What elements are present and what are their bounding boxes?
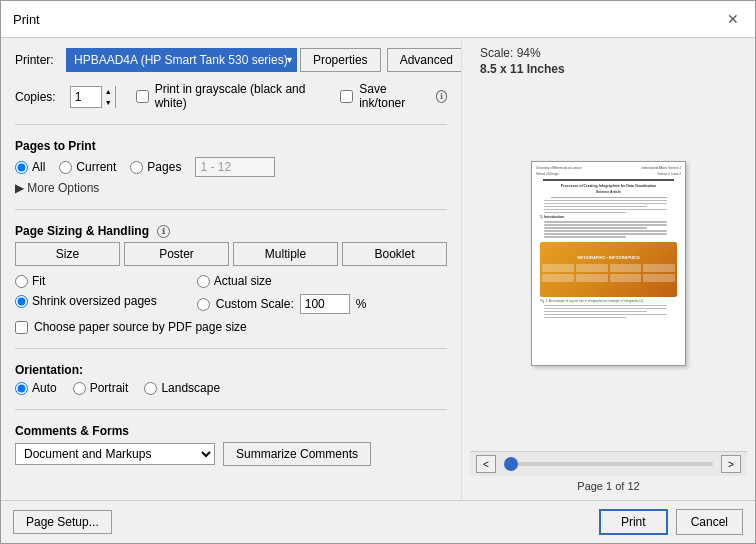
scale-text: Scale: 94%	[480, 46, 541, 60]
spin-down[interactable]: ▼	[101, 97, 115, 108]
pdf-source-label: Choose paper source by PDF page size	[34, 320, 247, 334]
shrink-label: Shrink oversized pages	[32, 294, 157, 308]
paper-size-text: 8.5 x 11 Inches	[480, 62, 565, 76]
actual-size-radio[interactable]	[197, 275, 210, 288]
spin-buttons: ▲ ▼	[101, 86, 115, 108]
poster-button[interactable]: Poster	[124, 242, 229, 266]
doc-separator	[543, 179, 674, 181]
right-panel: Scale: 94% 8.5 x 11 Inches University of…	[461, 38, 755, 500]
copies-options-row: Copies: ▲ ▼ Print in grayscale (black an…	[15, 82, 447, 110]
page-setup-button[interactable]: Page Setup...	[13, 510, 112, 534]
cancel-button[interactable]: Cancel	[676, 509, 743, 535]
doc-section: 1. Introduction	[540, 215, 677, 219]
preview-container: University of Minnesota at Lexicon Inter…	[470, 80, 747, 447]
all-radio[interactable]	[15, 161, 28, 174]
landscape-radio[interactable]	[144, 382, 157, 395]
bottom-bar: Page Setup... Print Cancel	[1, 500, 755, 543]
title-bar: Print ✕	[1, 1, 755, 38]
pages-range-input[interactable]	[195, 157, 275, 177]
doc-divider	[551, 197, 667, 198]
grayscale-option: Print in grayscale (black and white)	[136, 82, 321, 110]
ink-checkbox[interactable]	[340, 90, 353, 103]
comments-select[interactable]: Document and Markups Document Form Field…	[15, 443, 215, 465]
print-button[interactable]: Print	[599, 509, 668, 535]
fit-label: Fit	[32, 274, 45, 288]
orientation-header: Orientation:	[15, 363, 447, 377]
copies-input[interactable]	[71, 87, 101, 107]
portrait-label: Portrait	[90, 381, 129, 395]
size-button[interactable]: Size	[15, 242, 120, 266]
ink-label: Save ink/toner	[359, 82, 425, 110]
nav-slider-thumb[interactable]	[504, 457, 518, 471]
ink-info-icon[interactable]: ℹ	[436, 90, 448, 103]
summarize-button[interactable]: Summarize Comments	[223, 442, 371, 466]
more-options-label: ▶ More Options	[15, 181, 99, 195]
orientation-radio-row: Auto Portrait Landscape	[15, 381, 447, 395]
nav-slider-track	[504, 462, 713, 466]
more-options[interactable]: ▶ More Options	[15, 181, 447, 195]
sizing-info-icon[interactable]: ℹ	[157, 225, 170, 238]
portrait-radio[interactable]	[73, 382, 86, 395]
auto-label: Auto	[32, 381, 57, 395]
dialog-body: Printer: HPBAAD4A (HP Smart Tank 530 ser…	[1, 38, 755, 500]
dialog-title: Print	[13, 12, 40, 27]
sizing-right-radios: Actual size Custom Scale: %	[197, 274, 367, 314]
current-radio[interactable]	[59, 161, 72, 174]
copies-input-wrap: ▲ ▼	[70, 86, 116, 108]
doc-body	[540, 305, 677, 319]
fit-radio-item: Fit	[15, 274, 157, 288]
scale-input[interactable]	[300, 294, 350, 314]
left-panel: Printer: HPBAAD4A (HP Smart Tank 530 ser…	[1, 38, 461, 500]
bottom-right: Print Cancel	[599, 509, 743, 535]
comments-header: Comments & Forms	[15, 424, 447, 438]
spin-up[interactable]: ▲	[101, 86, 115, 97]
preview-page: University of Minnesota at Lexicon Inter…	[531, 161, 686, 366]
auto-radio[interactable]	[15, 382, 28, 395]
current-radio-item: Current	[59, 160, 116, 174]
copies-label: Copies:	[15, 90, 56, 104]
auto-orientation-item: Auto	[15, 381, 57, 395]
sizing-radio-group: Fit Shrink oversized pages Actual size	[15, 274, 447, 314]
portrait-item: Portrait	[73, 381, 129, 395]
doc-infographic: INFOGRAPHIC • INFOGRAPHICS	[540, 242, 677, 297]
advanced-button[interactable]: Advanced	[387, 48, 461, 72]
booklet-button[interactable]: Booklet	[342, 242, 447, 266]
properties-button[interactable]: Properties	[300, 48, 381, 72]
prev-page-button[interactable]: <	[476, 455, 496, 473]
custom-scale-row: Custom Scale: %	[197, 294, 367, 314]
grayscale-checkbox[interactable]	[136, 90, 149, 103]
print-dialog: Print ✕ Printer: HPBAAD4A (HP Smart Tank…	[0, 0, 756, 544]
close-button[interactable]: ✕	[723, 9, 743, 29]
all-radio-item: All	[15, 160, 45, 174]
multiple-button[interactable]: Multiple	[233, 242, 338, 266]
pages-section: Pages to Print All Current Pages	[15, 139, 447, 195]
sizing-left-radios: Fit Shrink oversized pages	[15, 274, 157, 308]
shrink-radio[interactable]	[15, 295, 28, 308]
custom-scale-radio[interactable]	[197, 298, 210, 311]
printer-row: Printer: HPBAAD4A (HP Smart Tank 530 ser…	[15, 48, 447, 72]
pdf-source-checkbox[interactable]	[15, 321, 28, 334]
doc-intro	[540, 221, 677, 238]
actual-size-label: Actual size	[214, 274, 272, 288]
nav-slider-wrap	[504, 456, 713, 472]
pages-radio[interactable]	[130, 161, 143, 174]
landscape-item: Landscape	[144, 381, 220, 395]
next-page-button[interactable]: >	[721, 455, 741, 473]
comments-row: Document and Markups Document Form Field…	[15, 442, 447, 466]
fit-radio[interactable]	[15, 275, 28, 288]
pages-radio-row: All Current Pages	[15, 157, 447, 177]
ink-option: Save ink/toner ℹ	[340, 82, 447, 110]
sizing-header: Page Sizing & Handling ℹ	[15, 224, 447, 238]
printer-label: Printer:	[15, 53, 60, 67]
page-indicator: Page 1 of 12	[577, 480, 639, 492]
orientation-section: Orientation: Auto Portrait Landscape	[15, 363, 447, 395]
current-label: Current	[76, 160, 116, 174]
nav-bar: < >	[470, 451, 747, 476]
sizing-section: Page Sizing & Handling ℹ Size Poster Mul…	[15, 224, 447, 334]
printer-select[interactable]: HPBAAD4A (HP Smart Tank 530 series)	[66, 48, 297, 72]
grayscale-label: Print in grayscale (black and white)	[155, 82, 321, 110]
pages-radio-item: Pages	[130, 160, 181, 174]
comments-section: Comments & Forms Document and Markups Do…	[15, 424, 447, 466]
scale-unit: %	[356, 297, 367, 311]
pages-section-header: Pages to Print	[15, 139, 447, 153]
